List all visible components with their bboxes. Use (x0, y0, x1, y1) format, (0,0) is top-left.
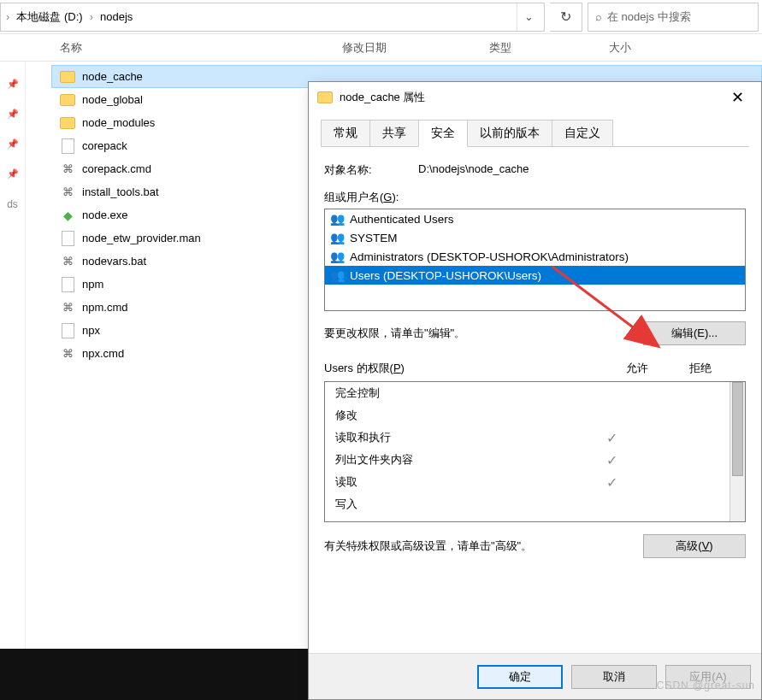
permission-row[interactable]: 列出文件夹内容✓ (325, 449, 730, 471)
breadcrumb-drive[interactable]: 本地磁盘 (D:) (11, 3, 87, 31)
users-icon: 👥 (330, 212, 345, 226)
advanced-hint: 有关特殊权限或高级设置，请单击"高级"。 (324, 538, 532, 554)
nav-rail: 📌 📌 📌 📌 ds (0, 62, 26, 700)
refresh-button[interactable]: ↻ (550, 3, 582, 32)
file-name: corepack.cmd (82, 162, 151, 175)
user-label: Users (DESKTOP-USHOROK\Users) (350, 269, 541, 282)
folder-icon (60, 115, 75, 131)
watermark: CSDN @great-sun (657, 679, 755, 691)
permissions-listbox[interactable]: 完全控制修改读取和执行✓列出文件夹内容✓读取✓写入 (324, 381, 746, 522)
search-icon: ⌕ (595, 10, 602, 23)
deny-header: 拒绝 (689, 361, 712, 376)
allow-checkmark-icon: ✓ (606, 430, 617, 446)
file-name: install_tools.bat (82, 185, 159, 198)
file-name: node_etw_provider.man (82, 232, 201, 244)
user-item[interactable]: 👥Administrators (DESKTOP-USHOROK\Adminis… (325, 247, 745, 266)
allow-header: 允许 (626, 361, 648, 376)
folder-icon (60, 69, 75, 85)
user-item[interactable]: 👥Authenticated Users (325, 209, 745, 228)
user-item[interactable]: 👥SYSTEM (325, 228, 745, 247)
permission-name: 修改 (335, 408, 357, 423)
permission-name: 完全控制 (335, 385, 380, 401)
tab-自定义[interactable]: 自定义 (552, 120, 613, 147)
user-label: SYSTEM (350, 232, 398, 244)
file-name: node.exe (82, 209, 128, 221)
column-size[interactable]: 大小 (609, 40, 712, 56)
users-icon: 👥 (330, 250, 345, 263)
file-name: npx.cmd (82, 347, 124, 360)
column-modified[interactable]: 修改日期 (342, 40, 489, 56)
dialog-buttons: 确定 取消 应用(A) (309, 653, 761, 699)
groups-label: 组或用户名(G): (324, 190, 746, 205)
permission-row[interactable]: 读取和执行✓ (325, 426, 730, 449)
pin-icon: 📌 (7, 168, 19, 179)
search-input[interactable]: ⌕ 在 nodejs 中搜索 (588, 3, 759, 32)
tab-共享[interactable]: 共享 (369, 120, 419, 147)
file-name: node_modules (82, 116, 155, 129)
doc-icon (60, 138, 75, 154)
column-name[interactable]: 名称 (51, 40, 342, 56)
scrollbar[interactable] (730, 382, 745, 521)
column-type[interactable]: 类型 (489, 40, 609, 56)
pin-icon: 📌 (7, 138, 19, 150)
chevron-right-icon: › (4, 10, 11, 23)
address-bar: › 本地磁盘 (D:) › nodejs ⌄ ↻ ⌕ 在 nodejs 中搜索 (0, 0, 762, 34)
dialog-titlebar[interactable]: node_cache 属性 ✕ (309, 82, 761, 113)
file-name: corepack (82, 139, 127, 152)
allow-checkmark-icon: ✓ (606, 452, 617, 468)
ok-button[interactable]: 确定 (477, 665, 563, 689)
user-label: Administrators (DESKTOP-USHOROK\Administ… (350, 250, 629, 263)
column-headers: 名称 修改日期 类型 大小 (0, 34, 762, 62)
user-label: Authenticated Users (350, 213, 454, 226)
folder-icon (317, 90, 333, 105)
permission-row[interactable]: 修改 (325, 404, 730, 426)
doc-icon (60, 323, 75, 338)
users-icon: 👥 (330, 268, 345, 282)
edit-button[interactable]: 编辑(E)... (643, 321, 746, 345)
exe-icon (60, 208, 75, 223)
permission-name: 读取 (335, 474, 357, 490)
tab-安全[interactable]: 安全 (418, 120, 468, 147)
permission-row[interactable]: 写入 (325, 493, 730, 515)
breadcrumb-folder[interactable]: nodejs (95, 3, 138, 31)
permission-name: 列出文件夹内容 (335, 452, 413, 468)
object-name-label: 对象名称: (324, 162, 393, 178)
advanced-button[interactable]: 高级(V) (643, 534, 746, 558)
object-name-value: D:\nodejs\node_cache (418, 162, 529, 178)
file-name: node_cache (82, 70, 143, 83)
properties-dialog: node_cache 属性 ✕ 常规共享安全以前的版本自定义 对象名称: D:\… (308, 81, 762, 700)
file-name: npx (82, 324, 100, 337)
permission-row[interactable]: 完全控制 (325, 382, 730, 404)
tab-常规[interactable]: 常规 (321, 120, 370, 147)
cmd-icon (60, 254, 75, 269)
address-box[interactable]: › 本地磁盘 (D:) › nodejs ⌄ (0, 3, 545, 32)
permission-name: 读取和执行 (335, 430, 391, 445)
allow-checkmark-icon: ✓ (606, 474, 617, 491)
tab-strip: 常规共享安全以前的版本自定义 (309, 113, 761, 147)
doc-icon (60, 231, 75, 246)
chevron-right-icon: › (88, 10, 95, 23)
pin-icon: 📌 (7, 109, 19, 120)
edit-hint: 要更改权限，请单击"编辑"。 (324, 326, 465, 341)
permission-name: 写入 (335, 497, 357, 512)
nav-label: ds (7, 198, 18, 210)
users-icon: 👥 (330, 231, 345, 244)
address-dropdown[interactable]: ⌄ (517, 3, 540, 31)
cmd-icon (60, 185, 75, 200)
user-item[interactable]: 👥Users (DESKTOP-USHOROK\Users) (325, 266, 745, 285)
pin-icon: 📌 (7, 79, 19, 90)
cancel-button[interactable]: 取消 (571, 665, 657, 689)
scrollbar-thumb[interactable] (732, 382, 743, 476)
doc-icon (60, 277, 75, 292)
search-placeholder: 在 nodejs 中搜索 (607, 9, 691, 25)
permissions-title: Users 的权限(P) (324, 361, 405, 376)
folder-icon (60, 92, 75, 108)
file-name: npm (82, 278, 103, 291)
close-button[interactable]: ✕ (723, 88, 753, 107)
cmd-icon (60, 162, 75, 177)
permission-row[interactable]: 读取✓ (325, 471, 730, 493)
file-name: npm.cmd (82, 301, 127, 314)
user-list[interactable]: 👥Authenticated Users👥SYSTEM👥Administrato… (324, 209, 746, 311)
tab-以前的版本[interactable]: 以前的版本 (467, 120, 552, 147)
file-name: node_global (82, 93, 143, 106)
